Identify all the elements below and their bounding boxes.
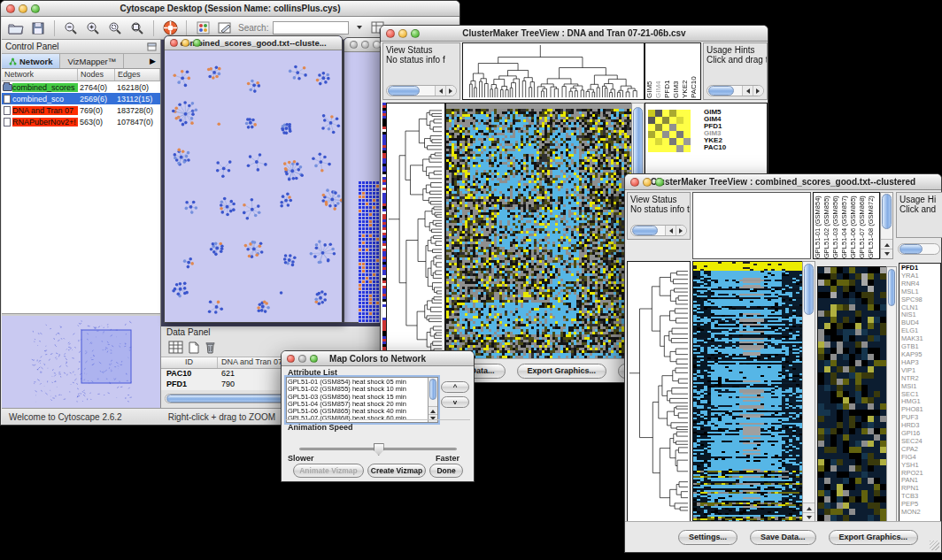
- help-lifering-icon[interactable]: [161, 19, 179, 36]
- scroll-down-icon[interactable]: [429, 414, 437, 422]
- treeview1-title: ClusterMaker TreeView : DNA and Tran 07-…: [381, 28, 768, 38]
- create-vizmap-button[interactable]: Create Vizmap: [367, 464, 426, 478]
- scroll-right-icon[interactable]: [676, 226, 686, 235]
- scroll-up-icon[interactable]: [803, 502, 815, 512]
- zoom-fit-icon[interactable]: [128, 19, 146, 36]
- search-input[interactable]: [273, 21, 349, 35]
- col-network[interactable]: Network: [2, 69, 78, 81]
- export-graphics--button[interactable]: Export Graphics...: [517, 364, 607, 379]
- zoom-button[interactable]: [373, 41, 381, 49]
- scroll-left-icon[interactable]: [665, 226, 676, 235]
- zoom-out-icon[interactable]: [62, 19, 80, 36]
- settings--button[interactable]: Settings...: [678, 530, 737, 545]
- net-win1-titlebar[interactable]: combined_scores_good.txt--cluste...: [165, 36, 342, 50]
- minimize-button[interactable]: [181, 39, 189, 47]
- minimize-button[interactable]: [19, 4, 27, 13]
- similarity-matrix-thumbnail[interactable]: [648, 110, 691, 152]
- zoom-in-icon[interactable]: [84, 19, 102, 36]
- save-data--button[interactable]: Save Data...: [750, 530, 816, 545]
- network-graph-canvas[interactable]: [165, 50, 342, 322]
- tab-overflow-arrow[interactable]: ▶: [145, 54, 160, 68]
- network-row[interactable]: RNAPuberNov2+!563(0)107847(0): [2, 116, 160, 127]
- close-button[interactable]: [6, 4, 15, 13]
- scroll-up-icon[interactable]: [881, 239, 892, 249]
- open-folder-icon[interactable]: [7, 19, 25, 36]
- scroll-down-icon[interactable]: [881, 249, 892, 258]
- attribute-list-item[interactable]: GPL51-07 (GSM868) heat shock 60 min: [288, 415, 427, 421]
- close-button[interactable]: [630, 178, 639, 187]
- zoom-button[interactable]: [310, 355, 318, 363]
- zoom-button[interactable]: [193, 39, 201, 47]
- network-row[interactable]: combined_scores2764(0)16218(0): [2, 81, 160, 93]
- attribute-list-label: Attribute List: [288, 368, 337, 377]
- close-button[interactable]: [170, 39, 178, 47]
- delete-attribute-icon[interactable]: [205, 341, 216, 354]
- network-row[interactable]: DNA and Tran 07769(0)183728(0): [2, 104, 160, 116]
- tab-network[interactable]: Network: [2, 54, 60, 68]
- tab-vizmapper[interactable]: VizMapper™: [60, 54, 124, 68]
- network-edges: 107847(0): [115, 118, 160, 127]
- dialog-titlebar[interactable]: Map Colors to Network: [282, 351, 474, 366]
- heatmap-canvas[interactable]: [692, 261, 804, 525]
- move-down-button[interactable]: v: [441, 396, 469, 408]
- close-button[interactable]: [386, 29, 395, 38]
- zoom-button[interactable]: [411, 29, 420, 38]
- network-row[interactable]: combined_sco2569(6)13112(15): [2, 93, 160, 104]
- minimize-button[interactable]: [398, 29, 407, 38]
- minimize-button[interactable]: [643, 178, 652, 187]
- usage-hints-hscrollbar[interactable]: [706, 85, 764, 96]
- usage-hints-panel: Usage Hints Click and drag tc: [703, 42, 768, 100]
- usage-hints-hscrollbar[interactable]: [898, 243, 940, 255]
- scroll-left-icon[interactable]: [435, 86, 445, 96]
- close-button[interactable]: [287, 355, 295, 363]
- row-dendrogram[interactable]: [386, 103, 445, 361]
- scroll-up-icon[interactable]: [429, 406, 437, 414]
- zoom-heatmap-canvas[interactable]: [817, 266, 888, 525]
- save-icon[interactable]: [29, 19, 47, 36]
- search-dropdown-icon[interactable]: [353, 19, 365, 36]
- select-attributes-icon[interactable]: [168, 341, 183, 354]
- animation-speed-slider[interactable]: [299, 448, 457, 450]
- close-button[interactable]: [350, 41, 358, 49]
- export-graphics--button[interactable]: Export Graphics...: [829, 530, 919, 545]
- zoom-heatmap-vscrollbar[interactable]: [886, 266, 897, 523]
- treeview2-titlebar[interactable]: ClusterMaker TreeView : combined_scores_…: [625, 174, 941, 190]
- heatmap-canvas[interactable]: [445, 103, 633, 363]
- zoom-selected-icon[interactable]: [106, 19, 124, 36]
- minimize-button[interactable]: [298, 355, 306, 363]
- col-edges[interactable]: Edges: [115, 69, 160, 81]
- birdseye-view[interactable]: [2, 314, 160, 410]
- resize-grip[interactable]: [930, 541, 939, 550]
- column-label: PAC10: [690, 45, 699, 98]
- scroll-left-icon[interactable]: [742, 86, 753, 96]
- scroll-right-icon[interactable]: [445, 86, 456, 96]
- zoom-button[interactable]: [31, 4, 40, 13]
- new-attribute-icon[interactable]: [189, 341, 199, 354]
- zoom-button[interactable]: [655, 178, 664, 187]
- birdseye-viewport-rect[interactable]: [81, 330, 131, 383]
- attribute-list-vscrollbar[interactable]: [428, 378, 437, 422]
- data-col-id[interactable]: ID: [161, 357, 218, 368]
- scroll-right-icon[interactable]: [753, 86, 763, 96]
- column-dendrogram[interactable]: [692, 192, 811, 259]
- view-status-hscrollbar[interactable]: [630, 225, 687, 236]
- column-labels-vscrollbar[interactable]: [880, 192, 893, 259]
- move-up-button[interactable]: ^: [441, 381, 469, 393]
- done-button[interactable]: Done: [429, 464, 463, 478]
- attribute-listbox[interactable]: GPL51-01 (GSM854) heat shock 05 minGPL51…: [286, 377, 438, 423]
- view-status-title: View Status: [628, 193, 690, 204]
- annotation-icon[interactable]: [216, 19, 234, 36]
- row-dendrogram[interactable]: [627, 261, 691, 523]
- network-nodes: 563(0): [78, 118, 115, 127]
- slider-thumb[interactable]: [374, 443, 384, 456]
- col-nodes[interactable]: Nodes: [78, 69, 115, 81]
- animate-vizmap-button[interactable]: Animate Vizmap: [293, 464, 364, 478]
- heatmap-vscrollbar[interactable]: [802, 261, 815, 523]
- minimize-button[interactable]: [361, 41, 369, 49]
- column-dendrogram[interactable]: [462, 42, 645, 100]
- view-status-hscrollbar[interactable]: [386, 85, 457, 96]
- treeview1-titlebar[interactable]: ClusterMaker TreeView : DNA and Tran 07-…: [381, 26, 768, 42]
- main-titlebar[interactable]: Cytoscape Desktop (Session Name: collins…: [1, 1, 459, 17]
- vizmapper-icon[interactable]: [194, 19, 212, 36]
- float-panel-icon[interactable]: [147, 42, 157, 51]
